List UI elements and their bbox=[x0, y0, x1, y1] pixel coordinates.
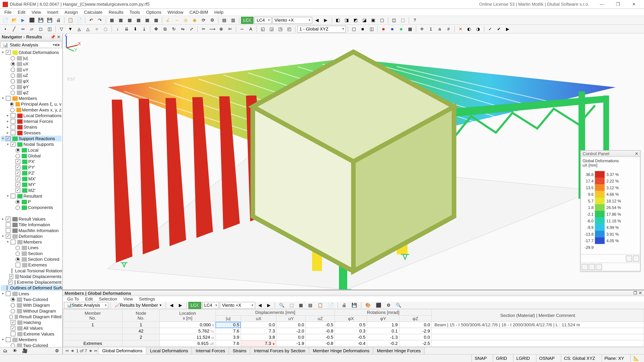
results-table[interactable]: MemberNo.NodeNo.Locationx [m]Displacemen… bbox=[63, 309, 644, 347]
panel-btn-g[interactable]: 🖨 bbox=[340, 302, 348, 308]
view-f-button[interactable]: ▢ bbox=[378, 16, 386, 24]
panel-menu-edit[interactable]: Edit bbox=[82, 296, 96, 302]
tab-internal-forces[interactable]: Internal Forces bbox=[192, 347, 229, 354]
close-button[interactable]: ✕ bbox=[626, 0, 642, 8]
solid-render-button[interactable]: ■ bbox=[359, 25, 366, 33]
minimize-button[interactable]: — bbox=[594, 0, 610, 8]
play-button[interactable]: ▶ bbox=[504, 25, 512, 33]
tree-tree-p[interactable]: P bbox=[1, 199, 62, 205]
release-button[interactable]: ◌ bbox=[102, 25, 110, 33]
tree-tree-maxmin[interactable]: Max/Min Information bbox=[1, 228, 62, 233]
member-button[interactable]: ═ bbox=[19, 25, 27, 33]
tree-tree-members3[interactable]: ▾Members bbox=[1, 337, 62, 343]
model-check-button[interactable]: ▶ bbox=[19, 16, 27, 24]
nav-opt-button[interactable]: ⚙ bbox=[53, 348, 62, 354]
text-button[interactable]: A bbox=[247, 25, 255, 33]
open-button[interactable]: 📂 bbox=[10, 16, 18, 24]
tree-tree-global[interactable]: Global bbox=[1, 153, 62, 159]
tree-tree-resultant[interactable]: ▾Resultant bbox=[1, 193, 62, 199]
check-b-button[interactable]: ✔ bbox=[495, 25, 503, 33]
menu-results[interactable]: Results bbox=[106, 9, 126, 15]
navigator-analysis-select[interactable]: 📊Static Analysis ◀▶ bbox=[0, 41, 62, 48]
panel-btn-f[interactable]: 📄 bbox=[326, 302, 336, 308]
panel-maximize-icon[interactable]: ❐ bbox=[634, 291, 637, 295]
nav-next-icon[interactable]: ▶ bbox=[57, 43, 60, 47]
panel-prev-button[interactable]: ◀ bbox=[168, 302, 176, 308]
tree-tree-uz[interactable]: uZ bbox=[1, 72, 62, 78]
tabs-last[interactable]: ⏭ bbox=[94, 349, 99, 353]
tree-tree-sup_reac[interactable]: ▾Support Reactions bbox=[1, 136, 62, 141]
units-status[interactable]: 📐 bbox=[630, 355, 641, 362]
lc-prev-button[interactable]: ◀ bbox=[313, 16, 321, 24]
new-button[interactable]: 📄 bbox=[1, 16, 9, 24]
tree-tree-members2[interactable]: ▾Members bbox=[1, 239, 62, 245]
lc-next-button[interactable]: ▶ bbox=[322, 16, 330, 24]
view-e-button[interactable]: ▣ bbox=[369, 16, 377, 24]
iso-button[interactable]: ◱ bbox=[259, 25, 267, 33]
panel-lc-select[interactable]: LC4 bbox=[202, 302, 219, 309]
navigation-cube[interactable] bbox=[63, 33, 644, 290]
tab-local-deformations[interactable]: Local Deformations bbox=[146, 347, 192, 354]
tab-internal-forces-by-section[interactable]: Internal Forces by Section bbox=[250, 347, 310, 354]
undo-button[interactable]: ↶ bbox=[87, 16, 95, 24]
nav-display-tab[interactable]: 👁 bbox=[10, 348, 20, 354]
menu-help[interactable]: Help bbox=[212, 9, 226, 15]
trans-render-button[interactable]: ◫ bbox=[368, 25, 376, 33]
filter-button[interactable]: ▥ bbox=[229, 16, 237, 24]
table-row[interactable]: Extremes6.915 uX7.67.3 ⬥-1.9-0.8-0.4-0.2… bbox=[63, 340, 644, 346]
grid-toggle[interactable]: GRID bbox=[493, 355, 510, 362]
check-a-button[interactable]: ✓ bbox=[486, 25, 494, 33]
cp-tab-c[interactable] bbox=[596, 264, 602, 270]
tree-tree-px[interactable]: PX′ bbox=[1, 159, 62, 164]
panel-btn-a[interactable]: 🔍 bbox=[277, 302, 286, 308]
tree-tree-uy[interactable]: uY bbox=[1, 67, 62, 72]
rotate-obj-button[interactable]: ↻ bbox=[170, 25, 178, 33]
support-c-button[interactable]: ◬ bbox=[75, 25, 83, 33]
load-d-button[interactable]: ⤓ bbox=[140, 25, 148, 33]
copy-doc-button[interactable]: 📋 bbox=[66, 16, 74, 24]
tree-tree-two_col[interactable]: Two-Colored bbox=[1, 297, 62, 302]
move-button[interactable]: ✥ bbox=[152, 25, 160, 33]
tree-tree-deformation[interactable]: ▾Deformation bbox=[1, 233, 62, 239]
extend-button[interactable]: ⟶ bbox=[208, 25, 216, 33]
menu-edit[interactable]: Edit bbox=[15, 9, 28, 15]
delete-button[interactable]: ✕ bbox=[456, 25, 464, 33]
label-a-button[interactable]: 1 bbox=[427, 25, 435, 33]
tree-tree-nodal_sup[interactable]: ▾Nodal Supports bbox=[1, 141, 62, 147]
tree-tree-global_def[interactable]: ▾Global Deformations bbox=[1, 49, 62, 55]
paste-button[interactable]: 📄 bbox=[75, 16, 83, 24]
toggle-b-button[interactable]: ◑ bbox=[474, 25, 482, 33]
colors-d-button[interactable]: ▦ bbox=[406, 25, 414, 33]
table-row[interactable]: 425.762 ¹/₂7.67.3-2.0-0.80.30.1-2.9 bbox=[63, 328, 644, 334]
tree-tree-res_values[interactable]: ▸Result Values bbox=[1, 216, 62, 222]
maximize-button[interactable]: ❐ bbox=[610, 0, 626, 8]
panel-lc-prev[interactable]: ◀ bbox=[256, 302, 264, 308]
calculate-button[interactable]: ⬛ bbox=[28, 16, 36, 24]
navigator-pin-icon[interactable]: 📌 bbox=[50, 35, 55, 39]
mirror-button[interactable]: ⇋ bbox=[178, 25, 186, 33]
calc-button[interactable]: ⚙ bbox=[208, 16, 216, 24]
copy-obj-button[interactable]: ⧉ bbox=[161, 25, 169, 33]
wf-button[interactable]: ▢ bbox=[350, 25, 358, 33]
panel-btn-l[interactable]: 🔍 bbox=[394, 302, 403, 308]
menu-assign[interactable]: Assign bbox=[62, 9, 80, 15]
panel-menu-view[interactable]: View bbox=[121, 296, 136, 302]
nav-prev-icon[interactable]: ◀ bbox=[54, 43, 57, 47]
navigator-close-icon[interactable]: ✕ bbox=[57, 35, 60, 39]
front-button[interactable]: ◳ bbox=[276, 25, 284, 33]
tabs-next[interactable]: ▶ bbox=[89, 349, 93, 353]
panel-btn-d[interactable]: ▤ bbox=[306, 302, 314, 308]
view-a-button[interactable]: ◧ bbox=[334, 16, 342, 24]
tree-tree-res_diag[interactable]: Result Diagram Filled bbox=[1, 314, 62, 320]
table-row[interactable]: 110.000 α0.50.00.0-0.50.51.90.0Beam | 15… bbox=[63, 322, 644, 328]
load-c-button[interactable]: ⬇ bbox=[131, 25, 139, 33]
tab-global-deformations[interactable]: Global Deformations bbox=[98, 347, 146, 354]
colors-a-button[interactable]: ■ bbox=[380, 25, 388, 33]
tree-tree-members[interactable]: ▾Members bbox=[1, 95, 62, 101]
support-a-button[interactable]: ▽ bbox=[58, 25, 66, 33]
menu-options[interactable]: Options bbox=[144, 9, 164, 15]
persp-button[interactable]: ◲ bbox=[268, 25, 276, 33]
redo-button[interactable]: ↷ bbox=[96, 16, 104, 24]
surface-button[interactable]: ▱ bbox=[28, 25, 36, 33]
tree-tree-components[interactable]: Components bbox=[1, 205, 62, 210]
